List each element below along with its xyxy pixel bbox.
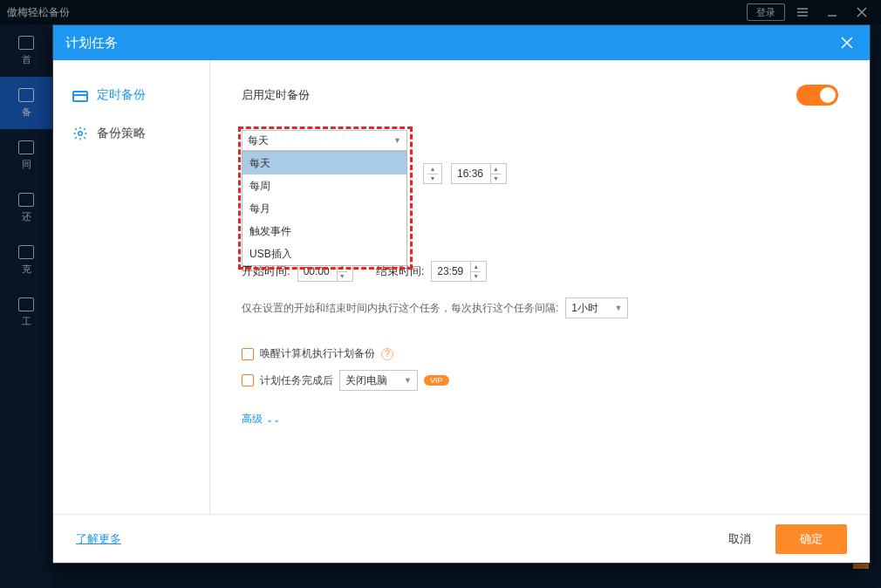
frequency-select[interactable]: 每天 ▼ [242, 130, 407, 151]
enable-toggle[interactable] [796, 85, 838, 106]
calendar-icon [72, 88, 88, 102]
dialog-close-icon[interactable] [837, 32, 857, 53]
start-time-value: 00:00 [304, 265, 330, 277]
advanced-link[interactable]: 高级 ⌄⌄ [242, 412, 280, 427]
dialog-footer: 了解更多 取消 确定 [53, 514, 870, 563]
dialog-header: 计划任务 [53, 25, 870, 60]
schedule-type-select[interactable]: ▲▼ [423, 163, 442, 184]
help-icon[interactable]: ? [381, 348, 393, 360]
after-done-select[interactable]: 关闭电脑 ▼ [339, 370, 418, 391]
wake-label: 唤醒计算机执行计划备份 [260, 346, 375, 361]
dialog-nav: 定时备份 备份策略 [53, 60, 210, 514]
ok-button[interactable]: 确定 [775, 524, 847, 554]
chevron-down-icon: ▼ [393, 136, 401, 145]
frequency-dropdown-list: 每天 每周 每月 触发事件 USB插入 [242, 151, 407, 266]
dialog-content: 启用定时备份 每天 ▼ 每天 每周 每月 触发事件 USB插入 [210, 60, 870, 514]
after-done-row: 计划任务完成后 关闭电脑 ▼ VIP [242, 370, 838, 391]
nav-item-policy[interactable]: 备份策略 [53, 114, 209, 153]
schedule-dialog: 计划任务 定时备份 备份策略 启用定时备份 [52, 24, 871, 564]
enable-label: 启用定时备份 [242, 87, 310, 103]
end-time-value: 23:59 [437, 265, 463, 277]
wake-checkbox[interactable] [242, 348, 254, 360]
time-stepper[interactable]: ▲▼ [470, 262, 481, 281]
frequency-option[interactable]: USB插入 [242, 243, 406, 265]
learn-more-link[interactable]: 了解更多 [76, 531, 121, 547]
end-time-input[interactable]: 23:59 ▲▼ [431, 261, 487, 282]
interval-select[interactable]: 1小时 ▼ [565, 297, 628, 318]
dialog-body: 定时备份 备份策略 启用定时备份 每天 ▼ [53, 60, 870, 514]
interval-note: 仅在设置的开始和结束时间内执行这个任务，每次执行这个任务间隔: [242, 301, 558, 316]
nav-item-scheduled[interactable]: 定时备份 [53, 76, 209, 114]
cancel-button[interactable]: 取消 [720, 526, 760, 552]
after-done-value: 关闭电脑 [345, 373, 387, 388]
time-stepper[interactable]: ▲▼ [490, 164, 501, 183]
chevron-down-icon: ▼ [404, 376, 412, 385]
frequency-option[interactable]: 每月 [242, 197, 406, 220]
schedule-time-value: 16:36 [457, 168, 483, 180]
vip-badge: VIP [424, 375, 449, 386]
chevron-down-icon: ▼ [614, 304, 622, 312]
after-done-checkbox[interactable] [242, 374, 254, 386]
schedule-time-input[interactable]: 16:36 ▲▼ [451, 163, 507, 184]
wake-row: 唤醒计算机执行计划备份 ? [242, 346, 838, 361]
chevron-down-icon: ⌄⌄ [266, 414, 280, 424]
advanced-label: 高级 [242, 412, 263, 427]
frequency-option[interactable]: 每天 [242, 152, 406, 174]
gear-icon [72, 126, 88, 141]
frequency-dropdown-wrap: 每天 ▼ 每天 每周 每月 触发事件 USB插入 [242, 130, 407, 151]
interval-value: 1小时 [571, 301, 598, 316]
svg-point-0 [79, 132, 83, 136]
frequency-option[interactable]: 每周 [242, 174, 406, 197]
enable-row: 启用定时备份 [242, 85, 838, 106]
frequency-option[interactable]: 触发事件 [242, 220, 406, 243]
nav-label: 定时备份 [97, 87, 146, 103]
frequency-selected: 每天 [248, 133, 269, 148]
after-done-label: 计划任务完成后 [260, 373, 333, 388]
dialog-title: 计划任务 [65, 35, 118, 51]
nav-label: 备份策略 [97, 126, 146, 141]
